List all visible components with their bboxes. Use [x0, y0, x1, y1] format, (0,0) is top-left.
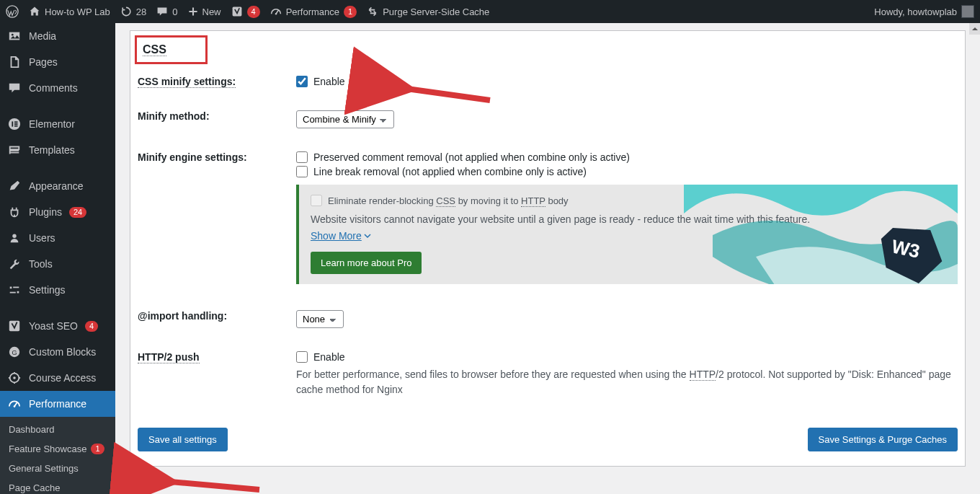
users-icon [7, 231, 22, 245]
comments-count: 0 [172, 6, 177, 17]
custom-blocks-icon: G [7, 345, 22, 359]
preserved-comment-label: Preserved comment removal (not applied w… [313, 151, 630, 163]
performance-bar-label: Performance [286, 6, 339, 17]
plugins-icon [7, 205, 22, 219]
eliminate-checkbox [311, 195, 322, 206]
settings-icon [7, 283, 22, 297]
media-icon [7, 29, 22, 43]
howdy-link[interactable]: Howdy, howtowplab [874, 5, 974, 18]
site-name-text: How-to WP Lab [45, 6, 110, 17]
main-content: CSS CSS minify settings: Enable Minify m… [115, 23, 980, 494]
comments-link[interactable]: 0 [156, 6, 177, 17]
performance-badge: 1 [344, 6, 357, 18]
http2-enable-label: Enable [313, 351, 345, 363]
css-heading: CSS [143, 43, 166, 56]
svg-rect-9 [14, 125, 18, 127]
line-break-label: Line break removal (not applied when com… [313, 166, 587, 177]
svg-point-10 [12, 234, 16, 238]
purge-label: Purge Server-Side Cache [383, 6, 489, 17]
pages-icon [7, 55, 22, 69]
wp-logo[interactable] [6, 5, 19, 18]
vertical-scrollbar[interactable] [969, 23, 980, 494]
svg-point-19 [13, 376, 16, 379]
submenu-page-cache[interactable]: Page Cache [0, 478, 115, 494]
tools-icon [7, 257, 22, 271]
import-handling-label: @import handling: [138, 310, 296, 328]
menu-comments[interactable]: Comments [0, 75, 115, 101]
menu-tools[interactable]: Tools [0, 251, 115, 277]
css-heading-highlight: CSS [135, 35, 208, 64]
line-break-wrap[interactable]: Line break removal (not applied when com… [296, 166, 958, 177]
css-enable-checkbox[interactable] [296, 76, 308, 87]
submenu-feature-showcase[interactable]: Feature Showcase 1 [0, 439, 115, 459]
admin-sidebar: Media Pages Comments Elementor Templates… [0, 23, 115, 494]
menu-settings[interactable]: Settings [0, 277, 115, 303]
svg-rect-13 [17, 291, 19, 294]
yoast-bar-link[interactable]: 4 [231, 6, 260, 18]
show-more-link[interactable]: Show More [311, 230, 371, 242]
appearance-icon [7, 179, 22, 193]
import-handling-select[interactable]: None [296, 310, 344, 328]
learn-more-pro-button[interactable]: Learn more about Pro [311, 252, 422, 274]
menu-media[interactable]: Media [0, 23, 115, 49]
menu-elementor[interactable]: Elementor [0, 111, 115, 137]
engine-settings-label: Minify engine settings: [138, 151, 296, 177]
new-label: New [202, 6, 221, 17]
yoast-menu-badge: 4 [85, 321, 98, 332]
site-name-link[interactable]: How-to WP Lab [29, 6, 110, 17]
svg-rect-1 [232, 7, 241, 17]
updates-link[interactable]: 28 [120, 6, 146, 17]
svg-point-20 [14, 405, 16, 407]
new-content-link[interactable]: New [188, 6, 221, 17]
menu-custom-blocks[interactable]: GCustom Blocks [0, 339, 115, 365]
menu-appearance[interactable]: Appearance [0, 173, 115, 199]
svg-rect-15 [9, 321, 19, 331]
svg-rect-11 [10, 287, 12, 289]
http2-help-text: For better performance, send files to br… [296, 367, 958, 397]
save-purge-button[interactable]: Save Settings & Purge Caches [808, 428, 958, 451]
admin-toolbar: How-to WP Lab 28 0 New 4 Performance 1 P… [0, 0, 980, 23]
minify-method-label: Minify method: [138, 110, 296, 128]
performance-icon [7, 397, 22, 411]
howdy-text: Howdy, howtowplab [874, 6, 957, 17]
svg-point-4 [12, 34, 14, 36]
svg-rect-3 [9, 32, 19, 40]
templates-icon [7, 143, 22, 157]
eliminate-label: Eliminate render-blocking CSS by moving … [328, 195, 569, 206]
css-enable-checkbox-wrap[interactable]: Enable [296, 76, 958, 87]
http2-enable-checkbox[interactable] [296, 351, 308, 363]
menu-templates[interactable]: Templates [0, 137, 115, 163]
http2-push-label: HTTP/2 push [138, 351, 296, 397]
menu-performance[interactable]: Performance [0, 391, 115, 417]
scroll-up-button[interactable] [969, 23, 980, 35]
menu-plugins[interactable]: Plugins24 [0, 199, 115, 225]
purge-cache-link[interactable]: Purge Server-Side Cache [367, 6, 489, 17]
menu-course-access[interactable]: Course Access [0, 365, 115, 391]
svg-text:G: G [12, 349, 17, 356]
elementor-icon [7, 117, 22, 131]
menu-pages[interactable]: Pages [0, 49, 115, 75]
preserved-comment-checkbox[interactable] [296, 151, 308, 163]
course-access-icon [7, 371, 22, 385]
preserved-comment-wrap[interactable]: Preserved comment removal (not applied w… [296, 151, 958, 163]
performance-bar-link[interactable]: Performance 1 [270, 6, 357, 18]
css-minify-settings-label: CSS minify settings: [138, 76, 296, 87]
svg-rect-8 [14, 123, 18, 125]
minify-method-select[interactable]: Combine & Minify [296, 110, 394, 128]
svg-rect-7 [14, 121, 18, 123]
menu-yoast[interactable]: Yoast SEO4 [0, 313, 115, 339]
submenu-dashboard[interactable]: Dashboard [0, 420, 115, 439]
svg-point-2 [275, 13, 276, 14]
save-all-settings-button[interactable]: Save all settings [138, 428, 228, 451]
svg-rect-12 [13, 287, 19, 288]
feature-badge: 1 [91, 444, 104, 454]
http2-enable-wrap[interactable]: Enable [296, 351, 958, 363]
menu-users[interactable]: Users [0, 225, 115, 251]
line-break-checkbox[interactable] [296, 166, 308, 177]
yoast-icon [7, 319, 22, 333]
submenu-general-settings[interactable]: General Settings [0, 459, 115, 478]
comments-icon [7, 81, 22, 95]
plugins-badge: 24 [69, 207, 86, 218]
pro-upsell-box: W3 Eliminate render-blocking CSS by movi… [296, 185, 958, 284]
performance-submenu: Dashboard Feature Showcase 1 General Set… [0, 417, 115, 494]
